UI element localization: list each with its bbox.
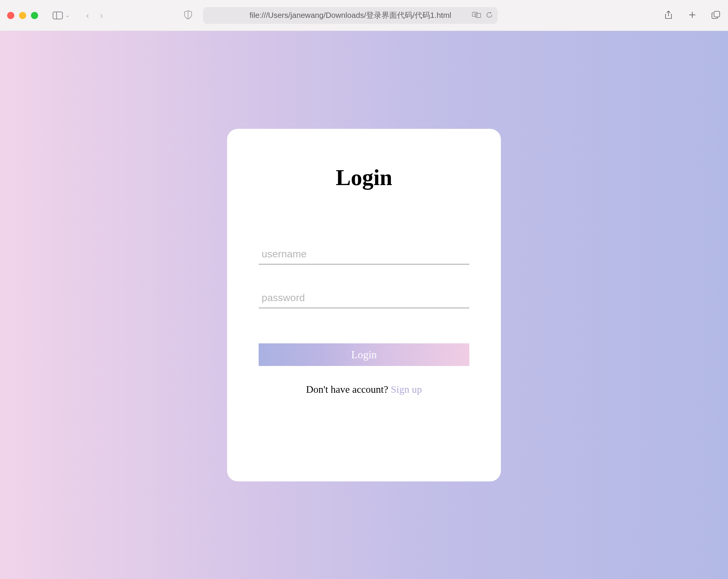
tabs-overview-icon[interactable] [711, 10, 721, 21]
translate-icon[interactable]: A [472, 11, 481, 20]
back-button[interactable]: ‹ [86, 10, 89, 21]
svg-rect-4 [476, 14, 481, 18]
address-bar-url: file:///Users/janewang/Downloads/登录界面代码/… [250, 10, 451, 21]
page-background: Login Login Don't have account? Sign up [0, 31, 728, 579]
signup-prompt-text: Don't have account? [306, 384, 391, 395]
svg-rect-8 [714, 11, 720, 17]
privacy-shield-icon[interactable] [184, 10, 192, 21]
new-tab-icon[interactable] [687, 10, 697, 21]
nav-arrows: ‹ › [86, 10, 103, 21]
svg-text:A: A [474, 13, 476, 16]
login-button[interactable]: Login [259, 343, 469, 366]
forward-button[interactable]: › [100, 10, 103, 21]
username-input[interactable] [259, 244, 469, 264]
chevron-down-icon: ⌄ [66, 12, 69, 18]
login-card: Login Login Don't have account? Sign up [227, 129, 501, 481]
reload-icon[interactable] [486, 11, 493, 20]
browser-toolbar: ⌄ ‹ › file:///Users/janewang/Downloads/登… [0, 0, 728, 31]
svg-rect-0 [53, 12, 62, 19]
signup-link[interactable]: Sign up [391, 384, 422, 395]
address-bar[interactable]: file:///Users/janewang/Downloads/登录界面代码/… [203, 7, 498, 24]
login-title: Login [257, 164, 471, 190]
share-icon[interactable] [664, 10, 673, 21]
close-window-button[interactable] [7, 12, 14, 19]
sidebar-toggle-button[interactable]: ⌄ [52, 11, 69, 20]
minimize-window-button[interactable] [19, 12, 26, 19]
window-controls [7, 12, 38, 19]
signup-prompt-row: Don't have account? Sign up [259, 384, 469, 395]
password-input[interactable] [259, 288, 469, 308]
maximize-window-button[interactable] [31, 12, 38, 19]
